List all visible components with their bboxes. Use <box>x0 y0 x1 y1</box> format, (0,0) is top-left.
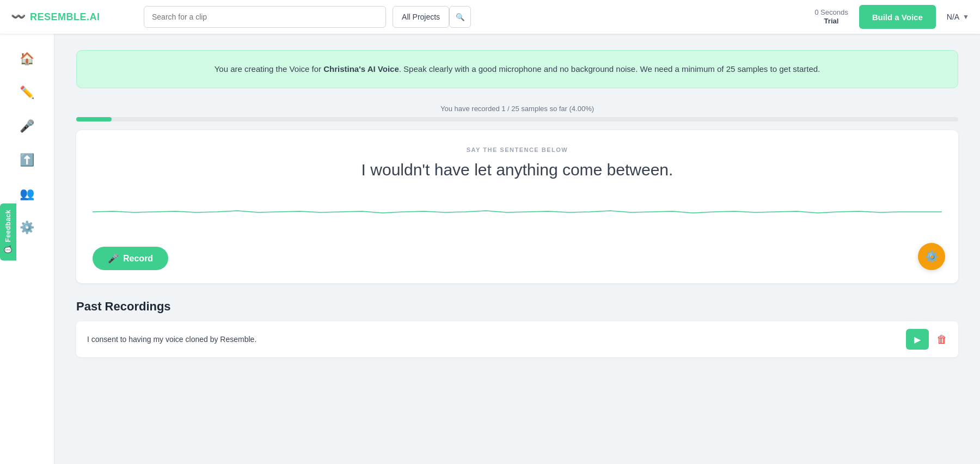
info-banner: You are creating the Voice for Christina… <box>76 50 958 88</box>
sentence-text: I wouldn't have let anything come betwee… <box>93 161 942 179</box>
build-voice-button[interactable]: Build a Voice <box>859 5 936 29</box>
main-content: You are creating the Voice for Christina… <box>54 34 980 464</box>
settings-icon: ⚙️ <box>925 250 939 263</box>
recording-text: I consent to having my voice cloned by R… <box>87 335 256 344</box>
past-recordings-section: Past Recordings I consent to having my v… <box>76 300 958 357</box>
sidebar-item-record[interactable]: 🎤 <box>10 112 45 141</box>
say-label: SAY THE SENTENCE BELOW <box>93 146 942 153</box>
banner-suffix: . Speak clearly with a good microphone a… <box>399 64 820 74</box>
progress-bar-background <box>76 117 958 121</box>
progress-label: You have recorded 1 / 25 samples so far … <box>76 105 958 113</box>
progress-bar-fill <box>76 117 112 121</box>
sidebar-item-edit[interactable]: ✏️ <box>10 78 45 107</box>
team-icon: 👥 <box>20 187 34 201</box>
user-menu[interactable]: N/A ▼ <box>947 13 969 21</box>
home-icon: 🏠 <box>20 52 34 66</box>
waveform-icon: 〰️ <box>11 10 26 24</box>
chevron-down-icon: ▼ <box>963 13 969 21</box>
search-row: All Projects 🔍 <box>138 6 471 28</box>
projects-dropdown[interactable]: All Projects <box>393 6 449 28</box>
play-icon: ▶ <box>914 334 921 345</box>
record-button[interactable]: 🎤 Record <box>93 247 168 270</box>
recording-item: I consent to having my voice cloned by R… <box>76 321 958 357</box>
microphone-icon: 🎤 <box>20 119 34 133</box>
header: 〰️ RESEMBLE.AI All Projects 🔍 0 Seconds … <box>0 0 980 34</box>
trial-seconds: 0 Seconds <box>814 8 848 17</box>
edit-icon: ✏️ <box>20 86 34 100</box>
sidebar-item-upload[interactable]: ⬆️ <box>10 146 45 174</box>
search-icon: 🔍 <box>456 13 465 21</box>
trial-label: Trial <box>824 17 839 26</box>
banner-voice-name: Christina's AI Voice <box>323 64 399 74</box>
gear-icon: ⚙️ <box>20 221 34 235</box>
banner-prefix: You are creating the Voice for <box>215 64 323 74</box>
progress-section: You have recorded 1 / 25 samples so far … <box>76 105 958 121</box>
chat-icon: 💬 <box>4 246 12 254</box>
feedback-tab[interactable]: 💬 Feedback <box>0 204 16 261</box>
play-button[interactable]: ▶ <box>906 329 929 350</box>
trial-info: 0 Seconds Trial <box>814 8 848 25</box>
search-bar[interactable] <box>144 6 386 28</box>
layout: 🏠 ✏️ 🎤 ⬆️ 👥 ⚙️ You are creating the Voic… <box>0 34 980 464</box>
feedback-button[interactable]: 💬 Feedback <box>0 204 16 261</box>
record-card: SAY THE SENTENCE BELOW I wouldn't have l… <box>76 130 958 283</box>
search-button[interactable]: 🔍 <box>449 6 471 28</box>
trash-icon: 🗑 <box>936 333 947 346</box>
projects-label: All Projects <box>402 13 440 21</box>
sidebar-item-home[interactable]: 🏠 <box>10 45 45 73</box>
user-label: N/A <box>947 13 959 21</box>
recording-actions: ▶ 🗑 <box>906 329 947 350</box>
search-input[interactable] <box>152 13 378 21</box>
delete-button[interactable]: 🗑 <box>936 333 947 346</box>
past-recordings-title: Past Recordings <box>76 300 958 314</box>
mic-icon: 🎤 <box>108 253 119 264</box>
waveform-display <box>93 196 942 228</box>
settings-fab-button[interactable]: ⚙️ <box>918 243 945 270</box>
logo-area: 〰️ RESEMBLE.AI <box>11 10 131 24</box>
logo-text: RESEMBLE.AI <box>30 11 100 23</box>
upload-icon: ⬆️ <box>20 153 34 167</box>
